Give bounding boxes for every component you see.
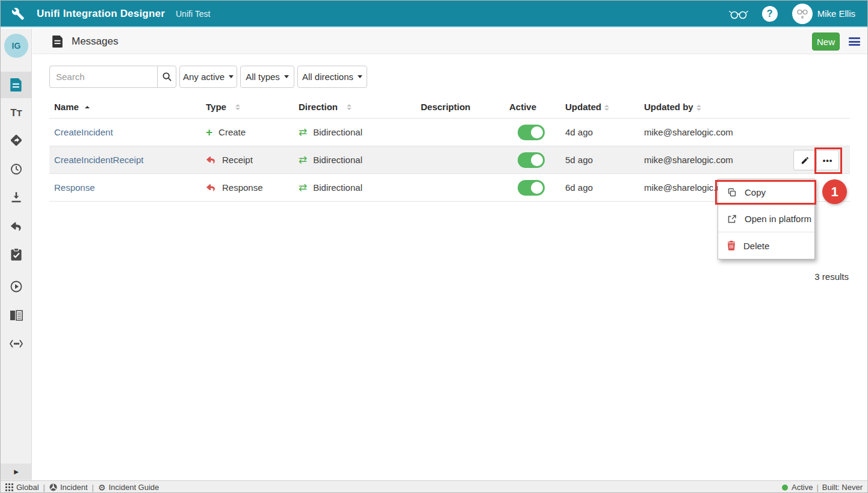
bidirectional-icon: ⇄	[299, 155, 307, 165]
direction-filter-dropdown[interactable]: All directions	[297, 66, 367, 88]
more-actions-button[interactable]: •••	[816, 150, 839, 170]
response-arrow-icon	[10, 221, 22, 232]
app-window: Unifi Integration Designer Unifi Test ? …	[0, 0, 868, 493]
active-toggle[interactable]	[518, 125, 545, 140]
scope-label: Global	[16, 483, 39, 492]
text-fields-icon: TT	[10, 107, 22, 119]
column-header-type[interactable]: Type	[206, 102, 299, 112]
receipt-reply-icon	[206, 155, 216, 164]
sidebar-item-integration[interactable]	[1, 127, 32, 153]
active-toggle[interactable]	[518, 180, 545, 196]
column-header-description: Description	[421, 102, 509, 112]
toggle-knob	[531, 126, 543, 138]
integration-indicator[interactable]: ⚙ Incident Guide	[98, 483, 159, 492]
menu-item-copy[interactable]: Copy	[718, 179, 814, 206]
application-indicator[interactable]: Incident	[49, 483, 88, 492]
menu-item-open-in-platform[interactable]: Open in platform	[718, 206, 814, 232]
chevron-down-icon	[229, 75, 234, 78]
trash-icon	[727, 241, 736, 250]
ellipsis-icon: •••	[823, 156, 833, 165]
scope-indicator[interactable]: Global	[5, 483, 39, 492]
column-label: Type	[206, 102, 226, 112]
integration-label: Incident Guide	[108, 483, 159, 492]
incident-icon	[49, 483, 57, 491]
message-name-link[interactable]: CreateIncidentReceipt	[54, 155, 143, 165]
application-label: Incident	[60, 483, 88, 492]
sidebar-item-history[interactable]	[1, 156, 32, 182]
integration-icon	[10, 134, 23, 147]
toggle-knob	[531, 182, 543, 194]
sort-icons	[235, 104, 240, 110]
page-title: Messages	[72, 36, 118, 48]
type-filter-dropdown[interactable]: All types	[240, 66, 294, 88]
menu-item-delete[interactable]: Delete	[718, 232, 814, 259]
menu-item-label: Open in platform	[745, 214, 811, 224]
direction-filter-label: All directions	[302, 72, 353, 82]
updated-cell: 5d ago	[565, 155, 644, 165]
message-name-link[interactable]: CreateIncident	[54, 127, 113, 137]
sidebar-item-messages[interactable]	[1, 72, 32, 98]
direction-label: Bidirectional	[313, 155, 362, 165]
user-name[interactable]: Mike Ellis	[817, 8, 855, 19]
table-header: Name Type Direction Description Active U…	[49, 96, 850, 119]
messages-icon	[10, 78, 22, 91]
app-title: Unifi Integration Designer	[37, 8, 165, 20]
new-button[interactable]: New	[812, 33, 840, 51]
column-label: Description	[421, 102, 471, 112]
environment-name[interactable]: Unifi Test	[176, 9, 210, 19]
table-row: CreateIncidentReceipt Receipt ⇄Bidirecti…	[49, 146, 850, 174]
sidebar-item-documentation[interactable]	[1, 302, 32, 329]
type-label: Create	[219, 127, 246, 137]
column-header-name[interactable]: Name	[49, 102, 206, 112]
separator: |	[816, 483, 818, 492]
menu-hamburger-icon[interactable]	[849, 37, 860, 46]
sidebar-item-import[interactable]	[1, 184, 32, 211]
user-avatar[interactable]	[792, 4, 813, 24]
column-header-updated-by[interactable]: Updated by	[644, 102, 789, 112]
toggle-knob	[531, 154, 543, 166]
updated-by-cell: mike@sharelogic.com	[644, 155, 789, 165]
code-icon	[9, 339, 23, 349]
edit-button[interactable]	[793, 150, 816, 170]
chevron-down-icon	[358, 75, 362, 78]
sort-icons	[347, 104, 352, 110]
column-label: Updated	[565, 102, 601, 112]
import-icon	[10, 191, 22, 203]
menu-item-label: Delete	[743, 241, 769, 251]
message-name-link[interactable]: Response	[54, 182, 95, 193]
results-count: 3 results	[814, 271, 849, 282]
sidebar-item-fields[interactable]: TT	[1, 100, 32, 126]
preview-glasses-icon[interactable]	[728, 7, 749, 21]
annotation-step-badge: 1	[822, 179, 847, 204]
sidebar-item-responses[interactable]	[1, 213, 32, 240]
active-toggle[interactable]	[518, 152, 545, 168]
sidebar-item-tasks[interactable]	[1, 241, 32, 268]
search-button[interactable]	[157, 66, 176, 88]
active-status-icon	[782, 485, 788, 491]
search-icon	[163, 72, 172, 81]
integration-avatar[interactable]: IG	[4, 34, 28, 58]
active-filter-label: Any active	[183, 72, 225, 82]
tasks-icon	[10, 248, 22, 261]
updated-cell: 6d ago	[565, 182, 644, 193]
active-filter-dropdown[interactable]: Any active	[179, 66, 237, 88]
search-input[interactable]	[49, 66, 157, 88]
sidebar-item-run[interactable]	[1, 273, 32, 300]
gear-icon: ⚙	[98, 483, 106, 492]
grid-icon	[5, 483, 13, 491]
column-header-updated[interactable]: Updated	[565, 102, 644, 112]
sidebar-expand-button[interactable]: ▶	[1, 464, 32, 480]
bidirectional-icon: ⇄	[299, 182, 307, 193]
avatar-face-icon	[795, 6, 810, 22]
built-status-label: Built: Never	[822, 483, 863, 492]
type-label: Response	[222, 182, 263, 193]
status-bar: Global | Incident | ⚙ Incident Guide Act…	[1, 480, 867, 493]
column-header-direction[interactable]: Direction	[299, 102, 421, 112]
sidebar-item-code[interactable]	[1, 330, 32, 357]
table-row: CreateIncident +Create ⇄Bidirectional 4d…	[49, 119, 850, 146]
chevron-down-icon	[284, 75, 289, 78]
sidebar: IG TT ▶	[1, 29, 32, 480]
menu-item-label: Copy	[745, 187, 766, 197]
response-reply-icon	[206, 183, 216, 192]
help-icon[interactable]: ?	[762, 6, 778, 22]
